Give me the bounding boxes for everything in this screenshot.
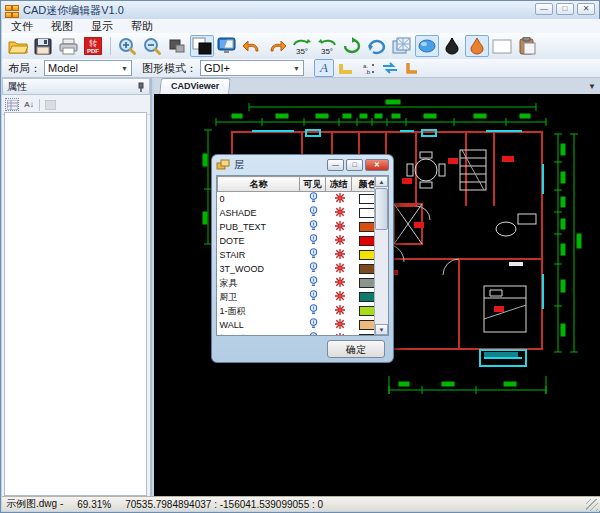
layer-visible-cell[interactable] <box>300 234 326 248</box>
text-toggle-icon[interactable]: A <box>314 59 334 77</box>
layer-freeze-cell[interactable] <box>326 262 352 276</box>
menu-help[interactable]: 帮助 <box>122 19 162 34</box>
fit-view-icon[interactable] <box>165 35 189 57</box>
layer-visible-cell[interactable] <box>300 262 326 276</box>
layer-freeze-cell[interactable] <box>326 304 352 318</box>
layer-freeze-cell[interactable] <box>326 248 352 262</box>
layer-visible-cell[interactable] <box>300 248 326 262</box>
dialog-maximize-button[interactable]: □ <box>346 159 363 171</box>
maximize-button[interactable]: □ <box>556 3 574 15</box>
open-folder-icon[interactable] <box>6 35 30 57</box>
hatch-layers-icon[interactable] <box>390 35 414 57</box>
layer-freeze-cell[interactable] <box>326 206 352 220</box>
redo-icon[interactable] <box>265 35 289 57</box>
layer-visible-cell[interactable] <box>300 276 326 290</box>
layer-visible-cell[interactable] <box>300 206 326 220</box>
layer-freeze-cell[interactable] <box>326 332 352 336</box>
properties-header: 属性 <box>2 78 150 95</box>
table-row[interactable]: 厨卫 <box>218 290 384 304</box>
resize-grip[interactable] <box>586 499 598 511</box>
table-row[interactable]: ASHADE <box>218 206 384 220</box>
rotate-left-35-icon[interactable]: 35° <box>290 35 314 57</box>
white-swatch-icon[interactable] <box>490 35 514 57</box>
freeze-sun-icon <box>335 319 345 329</box>
table-row[interactable]: WALL <box>218 318 384 332</box>
pin-icon[interactable] <box>137 82 145 92</box>
tab-list-dropdown-icon[interactable]: ▼ <box>588 82 596 91</box>
pdf-export-icon[interactable]: 转PDF <box>81 35 105 57</box>
svg-text:.b: .b <box>365 69 371 75</box>
table-row[interactable]: PUB_TEXT <box>218 220 384 234</box>
layer-visible-cell[interactable] <box>300 318 326 332</box>
scroll-up-icon[interactable]: ▲ <box>375 176 388 187</box>
menu-file[interactable]: 文件 <box>2 19 42 34</box>
zoom-in-icon[interactable] <box>115 35 139 57</box>
rotate-right-35-icon[interactable]: 35° <box>315 35 339 57</box>
main-toolbar: 转PDF 35° 35° <box>2 33 600 59</box>
table-row[interactable]: 家具 <box>218 276 384 290</box>
layer-name: 机台线 <box>218 332 300 336</box>
dialog-close-button[interactable]: ✕ <box>365 159 389 171</box>
layer-freeze-cell[interactable] <box>326 276 352 290</box>
table-row[interactable]: 机台线 <box>218 332 384 336</box>
layer-freeze-cell[interactable] <box>326 220 352 234</box>
minimize-button[interactable]: — <box>535 3 553 15</box>
menu-view[interactable]: 视图 <box>42 19 82 34</box>
alphabetical-sort-icon[interactable]: A↓ <box>22 98 36 111</box>
status-bar: 示例图.dwg - 69.31% 70535.7984894037 : -156… <box>2 496 600 511</box>
undo-icon[interactable] <box>240 35 264 57</box>
orange-droplet-icon[interactable] <box>465 35 489 57</box>
col-freeze[interactable]: 冻结 <box>326 177 352 192</box>
ok-button[interactable]: 确定 <box>327 340 385 358</box>
swap-arrows-icon[interactable] <box>380 59 400 77</box>
col-name[interactable]: 名称 <box>218 177 300 192</box>
layer-freeze-cell[interactable] <box>326 192 352 207</box>
table-row[interactable]: STAIR <box>218 248 384 262</box>
linewidth-toggle-icon[interactable] <box>336 59 356 77</box>
table-row[interactable]: DOTE <box>218 234 384 248</box>
fullscreen-monitor-icon[interactable] <box>215 35 239 57</box>
ellipse-tool-icon[interactable] <box>415 35 439 57</box>
layer-visible-cell[interactable] <box>300 332 326 336</box>
close-button[interactable]: ✕ <box>577 3 595 15</box>
layout-select[interactable]: Model▼ <box>44 60 132 76</box>
refresh-icon[interactable] <box>365 35 389 57</box>
point-style-icon[interactable]: a..b <box>358 59 378 77</box>
save-icon[interactable] <box>31 35 55 57</box>
zoom-out-icon[interactable] <box>140 35 164 57</box>
background-toggle-icon[interactable] <box>190 35 214 57</box>
freeze-sun-icon <box>335 235 345 245</box>
rotate-green-icon[interactable] <box>340 35 364 57</box>
table-row[interactable]: 0 <box>218 192 384 207</box>
table-row[interactable]: 1-面积 <box>218 304 384 318</box>
dialog-scrollbar[interactable]: ▲ ▼ <box>374 176 388 335</box>
black-droplet-icon[interactable] <box>440 35 464 57</box>
layers-dialog-titlebar[interactable]: 层 — □ ✕ <box>212 155 393 175</box>
scroll-thumb[interactable] <box>375 188 388 230</box>
scroll-down-icon[interactable]: ▼ <box>375 324 388 335</box>
layer-name: WALL <box>218 318 300 332</box>
layer-visible-cell[interactable] <box>300 290 326 304</box>
menu-display[interactable]: 显示 <box>82 19 122 34</box>
graphics-mode-select[interactable]: GDI+▼ <box>200 60 304 76</box>
title-bar: CAD迷你编辑器V1.0 — □ ✕ <box>1 1 599 19</box>
paste-icon[interactable] <box>515 35 539 57</box>
print-icon[interactable] <box>56 35 80 57</box>
layer-visible-cell[interactable] <box>300 220 326 234</box>
lightbulb-icon <box>309 192 318 204</box>
dialog-minimize-button[interactable]: — <box>327 159 344 171</box>
corner-tool-icon[interactable] <box>402 59 422 77</box>
layer-freeze-cell[interactable] <box>326 234 352 248</box>
layer-visible-cell[interactable] <box>300 192 326 207</box>
categorized-view-icon[interactable] <box>5 98 19 111</box>
lightbulb-icon <box>309 262 318 274</box>
tab-cadviewer[interactable]: CADViewer <box>159 78 231 94</box>
lightbulb-icon <box>309 206 318 218</box>
layer-freeze-cell[interactable] <box>326 318 352 332</box>
table-row[interactable]: 3T_WOOD <box>218 262 384 276</box>
layer-visible-cell[interactable] <box>300 304 326 318</box>
layer-freeze-cell[interactable] <box>326 290 352 304</box>
layer-name: 厨卫 <box>218 290 300 304</box>
col-visible[interactable]: 可见 <box>300 177 326 192</box>
lightbulb-icon <box>309 220 318 232</box>
